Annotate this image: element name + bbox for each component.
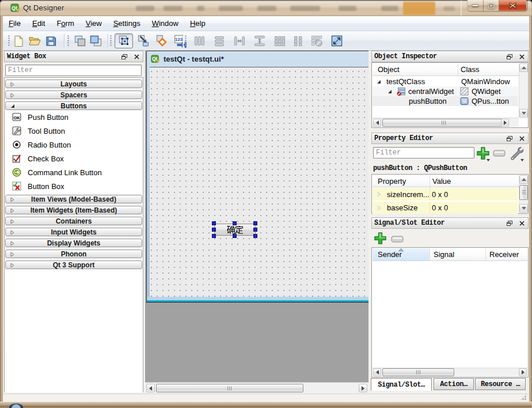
column-property[interactable]: Property — [373, 175, 430, 187]
tree-row-pushbutton[interactable]: pushButton OK QPus...tton — [373, 96, 518, 106]
remove-connection-icon[interactable] — [391, 236, 404, 243]
category-buttons[interactable]: Buttons — [5, 101, 142, 110]
column-signal[interactable]: Signal — [430, 248, 485, 260]
expanded-icon[interactable] — [387, 89, 392, 94]
widget-box-header[interactable]: Widget Box — [4, 51, 143, 62]
float-dock-icon[interactable] — [121, 54, 127, 59]
scroll-up-button[interactable] — [519, 63, 528, 72]
property-row-basesize[interactable]: baseSize 0 x 0 — [373, 202, 518, 214]
expanded-icon[interactable] — [377, 80, 381, 84]
form-window-titlebar[interactable]: Qt testQt - testqt.ui* — [147, 51, 368, 67]
close-dock-icon[interactable] — [519, 54, 525, 59]
form-canvas[interactable] — [150, 67, 368, 297]
edit-buddies-button[interactable] — [153, 33, 170, 48]
selection-handle-top-right[interactable] — [253, 221, 257, 225]
toolbar-drag-handle[interactable] — [110, 35, 112, 47]
scroll-down-button[interactable] — [519, 109, 528, 118]
save-form-button[interactable] — [43, 33, 58, 48]
edit-signals-slots-button[interactable] — [134, 33, 151, 48]
minimize-button[interactable] — [468, 0, 484, 11]
menu-view[interactable]: View — [80, 17, 108, 30]
tree-row-centralwidget[interactable]: centralWidget QWidget — [373, 86, 518, 96]
column-object[interactable]: Object — [373, 63, 458, 75]
selection-handle-bottom-left[interactable] — [212, 234, 216, 238]
layout-form-button[interactable] — [291, 33, 305, 48]
scroll-left-button[interactable] — [373, 119, 381, 127]
tree-row-testqtclass[interactable]: testQtClass QMainWindow — [373, 77, 518, 86]
category-spacers[interactable]: Spacers — [5, 90, 142, 99]
selection-handle-mid-right[interactable] — [253, 228, 257, 232]
category-qt3-support[interactable]: Qt 3 Support — [5, 260, 142, 269]
menu-settings[interactable]: Settings — [108, 17, 146, 30]
scroll-right-button[interactable] — [501, 119, 509, 127]
object-inspector-header[interactable]: Object Inspector — [371, 51, 529, 62]
tab-signal-slot-editor[interactable]: Signal/Slot… — [371, 378, 432, 391]
widget-tool-button[interactable]: Tool Button — [5, 124, 143, 138]
close-dock-icon[interactable] — [134, 54, 139, 59]
scroll-right-button[interactable] — [519, 368, 527, 376]
adjust-size-button[interactable] — [328, 33, 345, 48]
selection-handle-mid-left[interactable] — [212, 228, 216, 232]
layout-horizontal-splitter-button[interactable] — [231, 33, 248, 48]
menu-file[interactable]: File — [3, 17, 26, 30]
edit-widgets-button[interactable] — [115, 33, 133, 48]
property-editor-header[interactable]: Property Editor — [371, 133, 529, 144]
selection-handle-bottom-center[interactable] — [233, 234, 237, 238]
scroll-left-button[interactable] — [373, 368, 381, 376]
menu-form[interactable]: Form — [51, 17, 79, 30]
scrollbar-thumb[interactable] — [382, 119, 505, 127]
property-row-sizeincrement[interactable]: sizeIncrem... 0 x 0 — [373, 188, 518, 201]
mdi-horizontal-scrollbar[interactable] — [145, 382, 368, 393]
maximize-button[interactable] — [484, 0, 499, 11]
property-table-columns[interactable]: Property Value — [373, 175, 527, 187]
remove-dynamic-property-icon[interactable] — [493, 150, 506, 157]
layout-grid-button[interactable] — [271, 33, 288, 48]
object-inspector-columns[interactable]: Object Class — [373, 63, 527, 76]
form-window[interactable]: Qt testQt - testqt.ui* — [146, 51, 368, 303]
tab-resource-browser[interactable]: Resource … — [475, 378, 526, 390]
selection-handle-top-center[interactable] — [233, 221, 237, 225]
add-property-dropdown-arrow[interactable] — [487, 159, 490, 163]
widget-radio-button[interactable]: Radio Button — [5, 138, 143, 152]
float-dock-icon[interactable] — [507, 221, 512, 226]
tab-action-editor[interactable]: Action… — [434, 378, 474, 390]
scrollbar-thumb[interactable] — [519, 185, 528, 200]
bring-to-front-button[interactable] — [88, 33, 103, 48]
open-form-button[interactable] — [27, 33, 42, 48]
selection-handle-top-left[interactable] — [212, 221, 216, 225]
property-table-vscrollbar[interactable] — [519, 175, 527, 213]
add-connection-icon[interactable] — [373, 231, 387, 245]
signal-slot-hscrollbar[interactable] — [373, 368, 527, 376]
scroll-up-button[interactable] — [519, 175, 528, 184]
float-dock-icon[interactable] — [507, 136, 512, 141]
configure-dropdown-arrow[interactable] — [520, 159, 524, 163]
widget-push-button[interactable]: OK Push Button — [5, 110, 143, 124]
column-value[interactable]: Value — [430, 175, 527, 187]
collapsed-icon[interactable] — [377, 206, 383, 210]
collapsed-icon[interactable] — [377, 192, 383, 197]
toolbar-drag-handle[interactable] — [8, 35, 10, 47]
send-to-back-button[interactable] — [72, 33, 87, 48]
object-inspector-vscrollbar[interactable] — [519, 63, 527, 118]
layout-vertical-splitter-button[interactable] — [251, 33, 268, 48]
scrollbar-thumb[interactable] — [382, 368, 454, 376]
scroll-down-button[interactable] — [519, 204, 528, 213]
category-phonon[interactable]: Phonon — [5, 250, 142, 258]
scroll-right-button[interactable] — [359, 384, 367, 392]
widget-box-filter-input[interactable] — [5, 65, 142, 76]
property-filter-input[interactable] — [373, 147, 474, 158]
widget-command-link-button[interactable]: Command Link Button — [5, 165, 143, 179]
category-item-widgets[interactable]: Item Widgets (Item-Based) — [5, 206, 142, 214]
category-input-widgets[interactable]: Input Widgets — [5, 228, 142, 236]
scroll-left-button[interactable] — [146, 384, 155, 392]
category-item-views[interactable]: Item Views (Model-Based) — [5, 195, 142, 203]
break-layout-button[interactable] — [308, 33, 325, 48]
column-class[interactable]: Class — [458, 63, 527, 75]
layout-vertically-button[interactable] — [211, 33, 228, 48]
signal-slot-columns[interactable]: Sender Signal Receiver — [373, 248, 527, 261]
menu-help[interactable]: Help — [184, 17, 211, 30]
title-bar[interactable]: Qt Qt Designer — [0, 0, 532, 16]
float-dock-icon[interactable] — [507, 54, 512, 59]
object-inspector-hscrollbar[interactable] — [373, 118, 519, 127]
mdi-scrollbar-thumb[interactable] — [156, 384, 303, 392]
